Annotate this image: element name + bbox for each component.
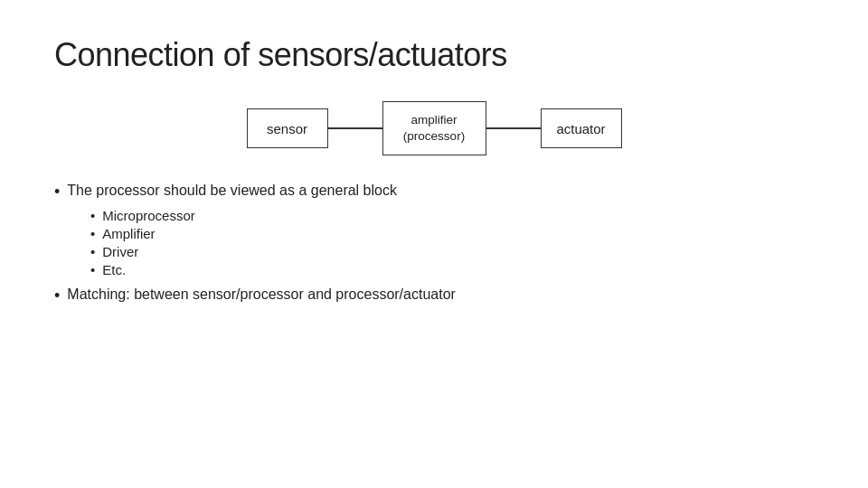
sub-bullet-microprocessor: • Microprocessor [90, 208, 814, 223]
diagram-container: sensor amplifier (processor) actuator [247, 101, 622, 155]
sub-dot-1: • [90, 208, 95, 223]
sub-label-etc: Etc. [102, 262, 126, 277]
diagram-area: sensor amplifier (processor) actuator [54, 101, 814, 155]
sub-label-driver: Driver [102, 244, 138, 259]
bullet-main-2: • Matching: between sensor/processor and… [54, 286, 814, 306]
sub-dot-3: • [90, 244, 95, 259]
bullet-main-1: • The processor should be viewed as a ge… [54, 183, 814, 202]
sub-bullet-amplifier: • Amplifier [90, 226, 814, 241]
bullet-dot-2: • [54, 286, 60, 306]
connector-line-2 [486, 127, 541, 129]
sub-bullet-driver: • Driver [90, 244, 814, 259]
connector-line-1 [328, 127, 382, 129]
sensor-label: sensor [267, 121, 307, 136]
sub-label-microprocessor: Microprocessor [102, 208, 195, 223]
sub-label-amplifier: Amplifier [102, 226, 155, 241]
bullet-dot-1: • [54, 183, 60, 202]
sub-dot-4: • [90, 262, 95, 277]
sensor-box: sensor [247, 108, 328, 148]
sub-dot-2: • [90, 226, 95, 241]
actuator-label: actuator [556, 121, 605, 136]
sub-bullets-1: • Microprocessor • Amplifier • Driver • … [90, 208, 814, 277]
actuator-box: actuator [541, 108, 622, 148]
sub-bullet-etc: • Etc. [90, 262, 814, 277]
amplifier-label: amplifier (processor) [403, 112, 465, 144]
amplifier-box: amplifier (processor) [382, 101, 486, 155]
bullet-section: • The processor should be viewed as a ge… [54, 183, 814, 305]
slide-title: Connection of sensors/actuators [54, 36, 814, 74]
bullet-text-2: Matching: between sensor/processor and p… [67, 286, 456, 303]
bullet-text-1: The processor should be viewed as a gene… [67, 183, 397, 199]
slide: Connection of sensors/actuators sensor a… [0, 0, 868, 488]
